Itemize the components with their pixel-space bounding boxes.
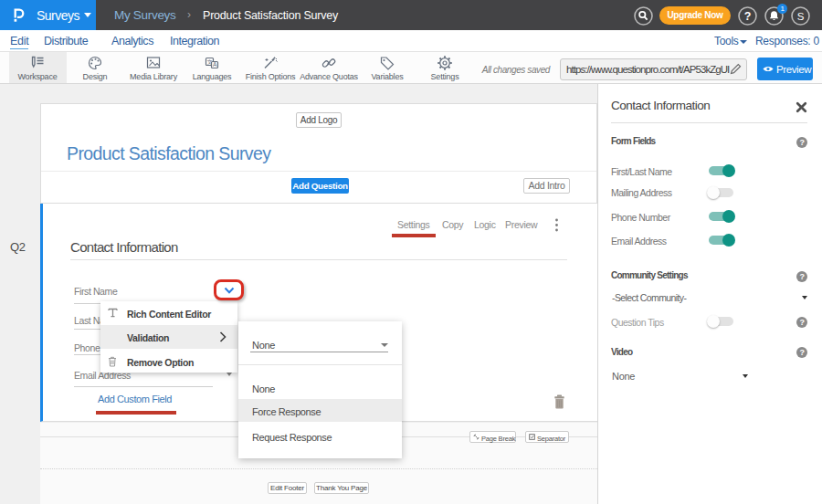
svg-text:?: ? [744, 10, 751, 23]
svg-text:S: S [797, 11, 805, 22]
